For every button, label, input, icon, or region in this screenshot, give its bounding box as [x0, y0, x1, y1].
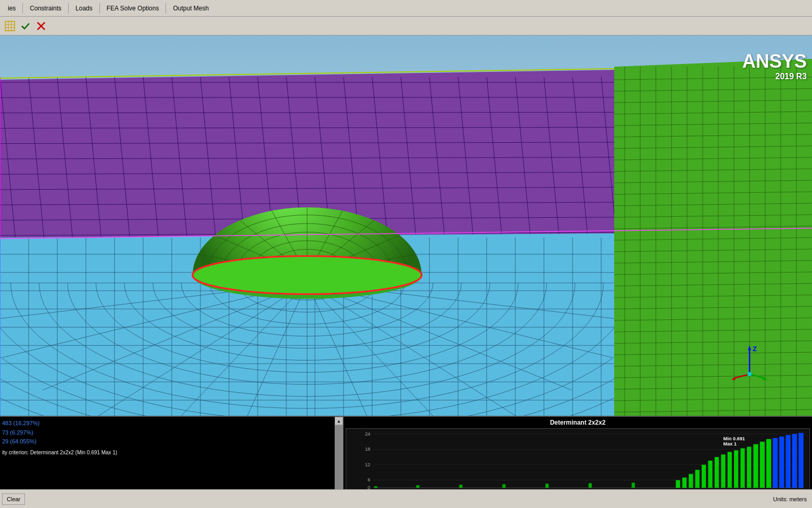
svg-rect-49: [708, 461, 712, 488]
svg-rect-55: [747, 447, 751, 488]
close-icon: [35, 20, 47, 32]
svg-line-10: [734, 374, 750, 378]
svg-text:Z: Z: [753, 345, 757, 353]
chart-title: Determinant 2x2x2: [346, 419, 810, 426]
svg-text:18: 18: [365, 447, 370, 452]
svg-rect-63: [798, 433, 803, 488]
menu-bar: ies Constraints Loads FEA Solve Options …: [0, 0, 812, 17]
svg-rect-51: [721, 454, 725, 488]
scroll-up-btn[interactable]: ▲: [335, 417, 343, 425]
ansys-version-text: 2019 R3: [742, 72, 807, 81]
svg-rect-60: [779, 437, 784, 488]
mesh-viewport-canvas: [0, 35, 812, 416]
svg-rect-48: [702, 465, 706, 488]
toolbar: [0, 17, 812, 35]
svg-rect-50: [715, 457, 719, 488]
menu-sep-2: [68, 3, 69, 14]
check-tool-button[interactable]: [18, 19, 33, 33]
svg-text:12: 12: [365, 462, 370, 467]
menu-output-mesh[interactable]: Output Mesh: [167, 3, 214, 14]
menu-sep-1: [22, 3, 23, 14]
menu-constraints[interactable]: Constraints: [24, 3, 67, 14]
svg-text:24: 24: [365, 431, 370, 437]
viewport[interactable]: ANSYS 2019 R3 Z: [0, 35, 812, 416]
svg-rect-43: [631, 482, 635, 488]
svg-rect-44: [676, 480, 680, 488]
svg-text:6: 6: [367, 478, 370, 483]
menu-fea-solve[interactable]: FEA Solve Options: [101, 3, 165, 14]
menu-sep-3: [99, 3, 100, 14]
mesh-tool-button[interactable]: [3, 19, 17, 33]
quality-criterion-text: ity criterion: Determinant 2x2x2 (Min 0.…: [2, 449, 341, 457]
svg-rect-37: [374, 486, 377, 488]
svg-rect-53: [734, 450, 738, 488]
svg-marker-8: [748, 345, 751, 350]
coordinate-axes: Z: [729, 343, 770, 385]
ansys-branding: ANSYS 2019 R3: [742, 51, 807, 81]
svg-rect-41: [545, 484, 549, 488]
chart-svg: 24 18 12 6 0 0 0.1 0.2 0.3 0.4 0.5 0.6 0…: [346, 429, 809, 495]
clear-button[interactable]: Clear: [2, 493, 25, 505]
svg-point-14: [747, 372, 752, 376]
svg-rect-57: [760, 442, 765, 488]
svg-text:Min 0.691: Min 0.691: [723, 436, 745, 441]
mesh-icon: [4, 20, 16, 32]
stat-line-2: 73 (6.297%): [2, 428, 341, 438]
svg-text:Max 1: Max 1: [723, 442, 737, 447]
menu-ies[interactable]: ies: [2, 3, 21, 14]
svg-rect-38: [416, 485, 420, 488]
menu-sep-4: [166, 3, 166, 14]
svg-rect-56: [753, 444, 758, 488]
svg-rect-0: [5, 21, 15, 31]
svg-rect-59: [773, 438, 778, 488]
svg-rect-39: [459, 485, 462, 488]
menu-loads[interactable]: Loads: [70, 3, 98, 14]
units-display: Units: meters: [773, 496, 807, 502]
scroll-track[interactable]: [335, 425, 343, 500]
svg-rect-40: [502, 484, 505, 488]
check-icon: [20, 20, 31, 32]
svg-rect-58: [766, 439, 771, 488]
chart-area: 24 18 12 6 0 0 0.1 0.2 0.3 0.4 0.5 0.6 0…: [346, 428, 810, 496]
stat-line-1: 483 (16.297%): [2, 419, 341, 428]
ansys-brand-text: ANSYS: [742, 51, 807, 72]
status-bar: Clear Units: meters: [0, 489, 812, 508]
svg-rect-61: [785, 435, 790, 488]
svg-rect-54: [741, 448, 745, 488]
svg-rect-47: [695, 470, 700, 488]
svg-rect-62: [792, 434, 797, 488]
svg-marker-11: [731, 377, 736, 380]
stat-line-3: 29 (64.055%): [2, 437, 341, 447]
svg-marker-13: [762, 377, 768, 380]
close-tool-button[interactable]: [34, 19, 48, 33]
svg-rect-46: [689, 474, 693, 488]
svg-rect-52: [728, 452, 732, 488]
coord-axes-svg: Z: [729, 343, 770, 385]
svg-rect-45: [682, 478, 687, 488]
svg-rect-42: [589, 483, 592, 488]
